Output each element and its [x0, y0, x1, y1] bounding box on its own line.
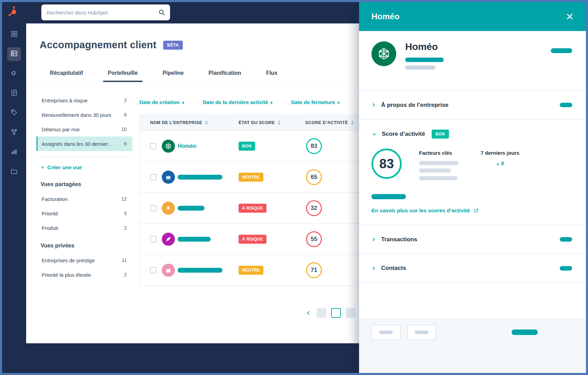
view-label: Assignés dans les 30 dernier…: [42, 141, 113, 147]
page-button[interactable]: [317, 308, 326, 318]
arrow-up-icon: ▲: [496, 162, 500, 166]
section-action-placeholder[interactable]: [560, 237, 572, 242]
company-avatar-castle: [162, 264, 175, 277]
footer-primary-placeholder[interactable]: [512, 330, 538, 335]
company-avatar-feather: [162, 233, 175, 246]
shared-views-header: Vues partagées: [36, 174, 132, 192]
nav-marketing[interactable]: [7, 67, 21, 81]
company-avatar-crown: [162, 171, 175, 184]
score-state-cell: NEUTRE: [239, 173, 263, 182]
section-transactions[interactable]: Transactions: [359, 225, 586, 254]
column-label: SCORE D’ACTIVITÉ: [305, 120, 348, 125]
tab-planification[interactable]: Planification: [209, 70, 241, 82]
view-entreprises-a-risque[interactable]: Entreprises à risque 2: [36, 93, 132, 108]
view-count: 2: [124, 225, 127, 231]
nav-commerce[interactable]: [7, 106, 21, 120]
workflow-icon: [10, 128, 18, 137]
view-renouvellement[interactable]: Renouvellement dans 30 jours 6: [36, 108, 132, 122]
view-assignes-30-derniers[interactable]: Assignés dans les 30 dernier… 6: [36, 136, 132, 151]
tab-flux[interactable]: Flux: [266, 70, 277, 82]
key-factors-label: Facteurs clés: [419, 150, 459, 156]
company-action-placeholder[interactable]: [551, 48, 572, 53]
row-checkbox[interactable]: [150, 267, 156, 273]
nav-icon-column: [7, 28, 21, 179]
view-priorite[interactable]: Priorité 5: [36, 206, 132, 221]
section-contacts[interactable]: Contacts: [359, 254, 586, 283]
column-label: ÉTAT DU SCORE: [239, 120, 275, 125]
company-name-placeholder: [178, 268, 222, 273]
view-priorite-plus-elevee[interactable]: Priorité la plus élevée 2: [36, 267, 132, 282]
view-entreprises-prestige[interactable]: Entreprises de prestige 11: [36, 253, 132, 267]
view-facturation[interactable]: Facturation 12: [36, 192, 132, 206]
section-about-company[interactable]: À propos de l’entreprise: [359, 90, 586, 119]
search-input[interactable]: [41, 4, 170, 20]
view-count: 11: [122, 257, 127, 263]
hubspot-logo[interactable]: [7, 6, 20, 19]
chevron-right-icon: [371, 265, 377, 271]
company-detail-panel: Homéo Homéo À propos de l’entreprise Sco…: [359, 2, 586, 373]
row-checkbox[interactable]: [150, 236, 156, 242]
tab-recapitulatif[interactable]: Récapitulatif: [50, 70, 83, 82]
tab-pipeline[interactable]: Pipeline: [162, 70, 183, 82]
nav-content[interactable]: [7, 87, 21, 100]
activity-score-learn-more-link[interactable]: En savoir plus sur les scores d’activité: [371, 207, 574, 214]
company-avatar-flame: [162, 202, 175, 215]
nav-reporting[interactable]: [7, 145, 21, 159]
score-status-badge: BON: [432, 130, 449, 139]
score-state-cell: NEUTRE: [239, 266, 263, 275]
panel-title: Homéo: [371, 12, 399, 21]
status-badge: NEUTRE: [239, 173, 263, 182]
view-count: 6: [124, 141, 127, 146]
activity-score-header[interactable]: Score d’activité BON: [371, 120, 574, 149]
last-7-days-label: 7 derniers jours: [481, 150, 519, 156]
nav-grid[interactable]: [7, 28, 21, 41]
close-icon[interactable]: [565, 12, 574, 21]
delta-value: 8: [501, 160, 504, 166]
sort-icon: [350, 120, 355, 125]
pagination: [305, 308, 355, 318]
page-button[interactable]: [346, 308, 355, 318]
filter-date-creation[interactable]: Date de création ▾: [139, 99, 184, 105]
nav-files[interactable]: [7, 165, 21, 179]
company-name-placeholder: [178, 206, 204, 211]
external-link-icon: [473, 208, 479, 213]
view-label: Produit: [42, 225, 58, 231]
page-button-current[interactable]: [331, 308, 341, 318]
section-action-placeholder[interactable]: [560, 103, 572, 107]
previous-page-chevron[interactable]: [305, 310, 312, 316]
bar-chart-icon: [10, 148, 18, 157]
tab-portefeuille[interactable]: Portefeuille: [108, 70, 138, 82]
footer-button[interactable]: [407, 325, 436, 340]
section-action-placeholder[interactable]: [560, 266, 572, 271]
view-detenus-par-moi[interactable]: Détenus par moi 10: [36, 122, 132, 136]
page-title: Accompagnement client: [40, 39, 156, 51]
filter-bar: Date de création ▾ Date de la dernière a…: [139, 99, 339, 105]
section-label: Contacts: [381, 265, 406, 272]
panel-footer: [359, 319, 586, 373]
view-label: Détenus par moi: [42, 126, 80, 132]
view-label: Entreprises à risque: [42, 98, 87, 103]
create-view-label: Créer une vue: [48, 164, 82, 170]
score-detail-placeholder: [371, 194, 406, 199]
column-label: NOM DE L’ENTREPRISE: [150, 120, 202, 125]
view-label: Priorité: [42, 211, 58, 216]
filter-date-fermeture[interactable]: Date de fermeture ▾: [291, 99, 340, 105]
column-score-state[interactable]: ÉTAT DU SCORE: [239, 120, 305, 125]
create-view-button[interactable]: + Créer une vue: [36, 161, 132, 174]
search-icon[interactable]: [158, 8, 166, 18]
nav-automation[interactable]: [7, 126, 21, 140]
column-company-name[interactable]: NOM DE L’ENTREPRISE: [150, 120, 239, 125]
section-label: Score d’activité: [382, 131, 425, 138]
chevron-down-icon: [371, 131, 377, 137]
footer-button[interactable]: [371, 325, 400, 340]
view-produit[interactable]: Produit 2: [36, 221, 132, 235]
private-views-header: Vues privées: [36, 235, 132, 253]
row-checkbox[interactable]: [150, 205, 156, 211]
filter-derniere-activite[interactable]: Date de la dernière activité ▾: [203, 99, 273, 105]
row-checkbox[interactable]: [150, 174, 156, 180]
nav-contacts[interactable]: [7, 47, 21, 61]
tag-icon: [10, 109, 18, 118]
filter-label: Date de création: [139, 99, 180, 105]
row-checkbox[interactable]: [150, 143, 156, 149]
company-name-link[interactable]: Homéo: [178, 143, 239, 149]
